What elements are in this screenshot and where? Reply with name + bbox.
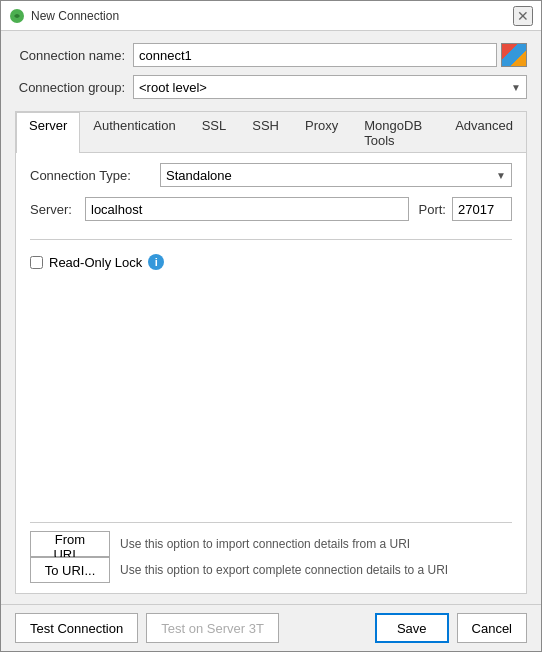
connection-type-select[interactable]: Standalone Replica Set Sharded Cluster [160,163,512,187]
color-picker-button[interactable] [501,43,527,67]
tab-advanced[interactable]: Advanced [442,112,526,153]
connection-name-label: Connection name: [15,48,133,63]
readonly-lock-row: Read-Only Lock i [30,254,512,270]
connection-name-row: Connection name: [15,43,527,67]
window-title: New Connection [31,9,119,23]
main-window: New Connection ✕ Connection name: Connec… [0,0,542,652]
titlebar-left: New Connection [9,8,119,24]
divider-1 [30,239,512,240]
readonly-lock-label: Read-Only Lock [49,255,142,270]
footer: Test Connection Test on Server 3T Save C… [1,604,541,651]
test-connection-button[interactable]: Test Connection [15,613,138,643]
divider-2 [30,522,512,523]
tab-mongodb-tools[interactable]: MongoDB Tools [351,112,442,153]
save-button[interactable]: Save [375,613,449,643]
connection-group-select[interactable]: <root level> [133,75,527,99]
connection-name-input[interactable] [133,43,497,67]
connection-group-row: Connection group: <root level> ▼ [15,75,527,99]
test-server-button[interactable]: Test on Server 3T [146,613,279,643]
connection-type-label: Connection Type: [30,168,160,183]
connection-type-select-wrapper: Standalone Replica Set Sharded Cluster ▼ [160,163,512,187]
readonly-lock-checkbox[interactable] [30,256,43,269]
close-button[interactable]: ✕ [513,6,533,26]
tab-content-server: Connection Type: Standalone Replica Set … [16,153,526,593]
port-input[interactable] [452,197,512,221]
connection-type-row: Connection Type: Standalone Replica Set … [30,163,512,187]
connection-group-select-wrapper: <root level> ▼ [133,75,527,99]
tabs-container: Server Authentication SSL SSH Proxy Mong… [15,111,527,594]
server-label: Server: [30,202,85,217]
from-uri-row: From URI... Use this option to import co… [30,531,512,557]
tab-ssl[interactable]: SSL [189,112,240,153]
server-input[interactable] [85,197,409,221]
main-content: Connection name: Connection group: <root… [1,31,541,604]
connection-group-label: Connection group: [15,80,133,95]
port-label: Port: [419,202,446,217]
tabs-header: Server Authentication SSL SSH Proxy Mong… [16,112,526,153]
titlebar: New Connection ✕ [1,1,541,31]
info-icon[interactable]: i [148,254,164,270]
from-uri-hint: Use this option to import connection det… [120,537,410,551]
tab-ssh[interactable]: SSH [239,112,292,153]
to-uri-button[interactable]: To URI... [30,557,110,583]
to-uri-row: To URI... Use this option to export comp… [30,557,512,583]
from-uri-button[interactable]: From URI... [30,531,110,557]
cancel-button[interactable]: Cancel [457,613,527,643]
tab-server[interactable]: Server [16,112,80,153]
tab-proxy[interactable]: Proxy [292,112,351,153]
tab-authentication[interactable]: Authentication [80,112,188,153]
to-uri-hint: Use this option to export complete conne… [120,563,448,577]
app-icon [9,8,25,24]
server-port-row: Server: Port: [30,197,512,221]
